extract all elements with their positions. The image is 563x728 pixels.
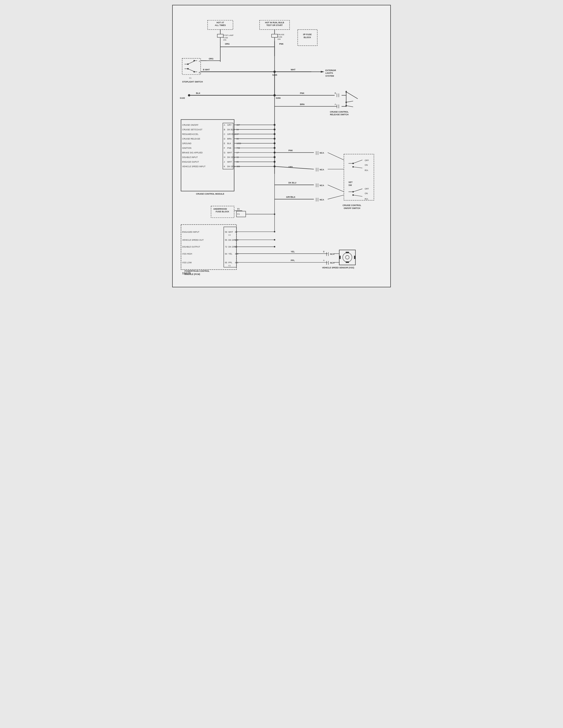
svg-text:PNK: PNK: [227, 147, 231, 149]
svg-text:G102: G102: [180, 97, 185, 99]
svg-text:10A: 10A: [277, 38, 281, 40]
svg-text:ON/OFF SWITCH: ON/OFF SWITCH: [344, 207, 360, 209]
svg-text:OFF: OFF: [365, 159, 369, 162]
svg-point-71: [346, 91, 347, 93]
svg-point-34: [187, 68, 189, 70]
svg-text:EXTERIOR: EXTERIOR: [326, 69, 336, 72]
svg-text:HOT IN RUN, BULB: HOT IN RUN, BULB: [265, 21, 284, 24]
svg-text:64: 64: [225, 253, 227, 255]
svg-rect-248: [339, 256, 341, 259]
svg-point-255: [274, 246, 275, 248]
svg-text:83: 83: [235, 246, 237, 248]
svg-text:H: H: [224, 156, 225, 158]
svg-text:55: 55: [225, 239, 227, 241]
svg-text:134179: 134179: [182, 272, 191, 275]
svg-text:GRY: GRY: [227, 124, 232, 126]
svg-text:GRY/BLK: GRY/BLK: [286, 196, 296, 198]
svg-text:LIGHTS: LIGHTS: [326, 72, 333, 74]
svg-text:A: A: [224, 124, 225, 126]
svg-text:GRY: GRY: [289, 166, 293, 168]
svg-text:17: 17: [236, 151, 239, 154]
svg-point-184: [274, 129, 276, 131]
svg-text:59: 59: [225, 231, 227, 233]
svg-text:C1: C1: [237, 213, 240, 215]
svg-text:NCA: NCA: [320, 199, 324, 201]
svg-text:NCA: NCA: [330, 253, 335, 255]
svg-text:C1: C1: [189, 77, 191, 79]
svg-text:86: 86: [236, 138, 239, 140]
svg-text:K: K: [224, 165, 225, 168]
svg-text:WHT: WHT: [228, 231, 233, 233]
svg-text:NCA: NCA: [320, 184, 324, 187]
svg-text:TEST OR START: TEST OR START: [266, 24, 283, 26]
svg-text:ENGAGE OUPUT: ENGAGE OUPUT: [182, 161, 199, 163]
svg-point-189: [274, 152, 276, 154]
svg-text:C: C: [224, 133, 225, 135]
svg-text:S266: S266: [276, 97, 280, 99]
svg-text:STOPLIGHT SWITCH: STOPLIGHT SWITCH: [182, 81, 203, 83]
svg-text:WHT: WHT: [227, 151, 232, 154]
svg-text:CRUISE CONTROL: CRUISE CONTROL: [343, 204, 362, 207]
svg-rect-249: [354, 256, 356, 259]
svg-text:CRUISE: CRUISE: [277, 33, 285, 36]
svg-point-187: [274, 142, 276, 144]
svg-text:NCA: NCA: [330, 262, 335, 264]
svg-text:RELEASE SWITCH: RELEASE SWITCH: [330, 114, 349, 116]
svg-text:PNK: PNK: [300, 92, 305, 94]
svg-text:ALL TIMES: ALL TIMES: [215, 24, 226, 26]
diagram-svg: HOT AT ALL TIMES STOP LAMP FUSE 15A ORG …: [177, 10, 386, 282]
svg-text:IGNITION: IGNITION: [182, 147, 191, 149]
svg-text:J: J: [224, 161, 225, 163]
svg-text:I/P FUSE: I/P FUSE: [303, 33, 312, 36]
svg-text:SET: SET: [349, 181, 353, 183]
svg-text:E5: E5: [237, 208, 240, 210]
svg-text:VEHICLE SPEED OUT: VEHICLE SPEED OUT: [182, 239, 204, 241]
svg-text:GROUND: GROUND: [182, 142, 191, 145]
svg-text:R/A: R/A: [365, 169, 368, 172]
svg-point-254: [274, 239, 275, 240]
svg-text:85: 85: [235, 231, 237, 233]
svg-point-185: [274, 133, 276, 135]
svg-text:389: 389: [235, 239, 238, 241]
svg-point-188: [274, 147, 276, 149]
svg-text:WHT: WHT: [227, 161, 232, 163]
svg-text:FUSE BLOCK: FUSE BLOCK: [216, 210, 229, 213]
svg-text:WHT: WHT: [291, 68, 296, 71]
svg-text:GRY/BLK: GRY/BLK: [227, 133, 236, 135]
svg-text:400: 400: [235, 253, 238, 255]
svg-text:BRN: BRN: [227, 138, 231, 140]
svg-text:CRUISE RELEASE: CRUISE RELEASE: [182, 138, 200, 140]
svg-text:BLOCK: BLOCK: [304, 36, 311, 39]
svg-text:84: 84: [236, 128, 239, 131]
svg-text:SYSTEM: SYSTEM: [326, 75, 334, 77]
svg-text:1650: 1650: [236, 142, 241, 145]
svg-text:E: E: [224, 142, 225, 145]
svg-text:VEHICLE SPEED SENSOR (VSS): VEHICLE SPEED SENSOR (VSS): [322, 266, 354, 269]
svg-text:PPL: PPL: [228, 261, 232, 264]
svg-text:VSS HIGH: VSS HIGH: [182, 253, 192, 255]
svg-text:83: 83: [236, 156, 239, 158]
svg-text:ENGAGED INPUT: ENGAGED INPUT: [182, 231, 200, 233]
svg-text:87: 87: [236, 133, 239, 135]
svg-text:739: 739: [236, 147, 240, 149]
svg-text:BRN: BRN: [300, 103, 305, 106]
svg-text:B: B: [323, 250, 325, 253]
svg-point-257: [274, 156, 276, 158]
svg-text:DK BLU: DK BLU: [227, 128, 234, 131]
svg-text:NCA: NCA: [320, 152, 324, 154]
svg-rect-246: [346, 252, 349, 253]
svg-text:B: B: [224, 128, 225, 131]
svg-text:CRUISE ON/OFF: CRUISE ON/OFF: [182, 124, 198, 126]
svg-text:VEHICLE SPEED INPUT: VEHICLE SPEED INPUT: [182, 165, 206, 168]
svg-text:BLK: BLK: [227, 142, 231, 145]
svg-text:VSS LOW: VSS LOW: [182, 261, 192, 264]
svg-text:FUSE: FUSE: [277, 36, 282, 38]
svg-point-186: [274, 138, 276, 140]
svg-text:PPL: PPL: [291, 259, 295, 262]
svg-text:85: 85: [236, 161, 239, 163]
svg-text:B: B: [199, 71, 200, 74]
svg-text:15A: 15A: [223, 39, 226, 41]
svg-rect-0: [177, 17, 386, 275]
svg-text:FUSE: FUSE: [223, 37, 228, 39]
svg-text:C2: C2: [228, 234, 231, 236]
